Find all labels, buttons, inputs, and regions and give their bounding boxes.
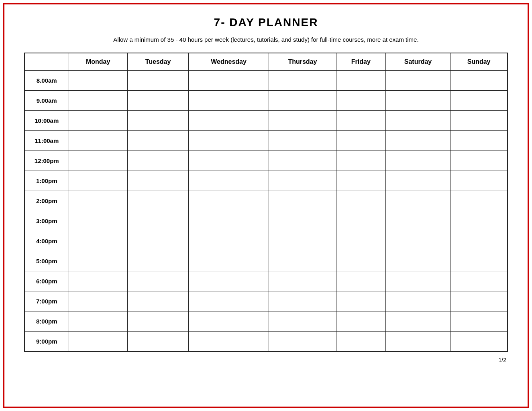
- page-border: [3, 3, 529, 408]
